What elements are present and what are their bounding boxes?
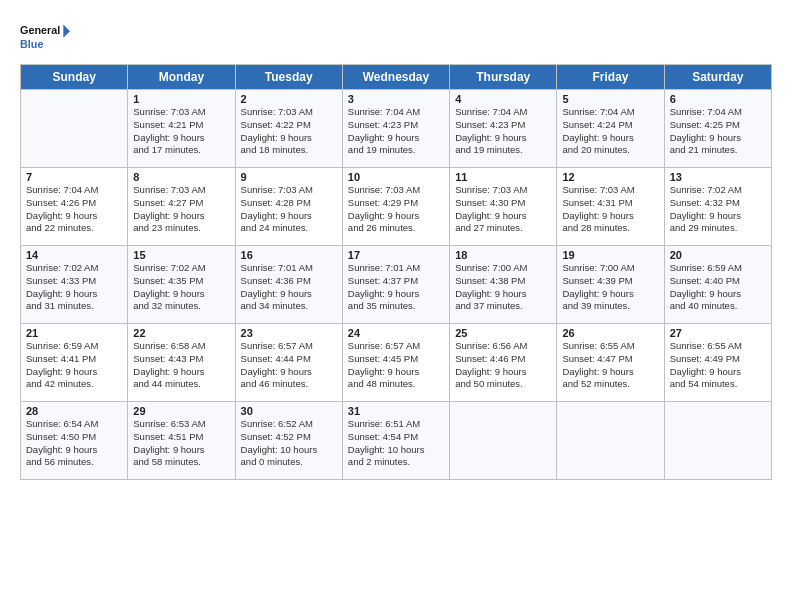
day-number: 11 <box>455 171 551 183</box>
calendar-cell: 19Sunrise: 7:00 AMSunset: 4:39 PMDayligh… <box>557 246 664 324</box>
calendar-cell: 4Sunrise: 7:04 AMSunset: 4:23 PMDaylight… <box>450 90 557 168</box>
day-info: Sunrise: 7:03 AMSunset: 4:29 PMDaylight:… <box>348 184 444 235</box>
calendar-cell: 8Sunrise: 7:03 AMSunset: 4:27 PMDaylight… <box>128 168 235 246</box>
calendar-cell: 10Sunrise: 7:03 AMSunset: 4:29 PMDayligh… <box>342 168 449 246</box>
calendar-week-row: 1Sunrise: 7:03 AMSunset: 4:21 PMDaylight… <box>21 90 772 168</box>
calendar-cell: 6Sunrise: 7:04 AMSunset: 4:25 PMDaylight… <box>664 90 771 168</box>
calendar-cell: 7Sunrise: 7:04 AMSunset: 4:26 PMDaylight… <box>21 168 128 246</box>
day-info: Sunrise: 7:04 AMSunset: 4:25 PMDaylight:… <box>670 106 766 157</box>
day-info: Sunrise: 7:03 AMSunset: 4:28 PMDaylight:… <box>241 184 337 235</box>
calendar-cell: 5Sunrise: 7:04 AMSunset: 4:24 PMDaylight… <box>557 90 664 168</box>
day-info: Sunrise: 7:04 AMSunset: 4:26 PMDaylight:… <box>26 184 122 235</box>
day-of-week-header: Thursday <box>450 65 557 90</box>
day-info: Sunrise: 6:55 AMSunset: 4:47 PMDaylight:… <box>562 340 658 391</box>
day-info: Sunrise: 7:02 AMSunset: 4:32 PMDaylight:… <box>670 184 766 235</box>
calendar-week-row: 14Sunrise: 7:02 AMSunset: 4:33 PMDayligh… <box>21 246 772 324</box>
day-number: 28 <box>26 405 122 417</box>
day-of-week-header: Sunday <box>21 65 128 90</box>
calendar-header-row: SundayMondayTuesdayWednesdayThursdayFrid… <box>21 65 772 90</box>
day-number: 17 <box>348 249 444 261</box>
day-info: Sunrise: 7:04 AMSunset: 4:23 PMDaylight:… <box>348 106 444 157</box>
day-number: 22 <box>133 327 229 339</box>
logo-svg: General Blue <box>20 18 70 56</box>
calendar-cell: 25Sunrise: 6:56 AMSunset: 4:46 PMDayligh… <box>450 324 557 402</box>
day-info: Sunrise: 6:59 AMSunset: 4:41 PMDaylight:… <box>26 340 122 391</box>
calendar-cell: 14Sunrise: 7:02 AMSunset: 4:33 PMDayligh… <box>21 246 128 324</box>
day-info: Sunrise: 6:52 AMSunset: 4:52 PMDaylight:… <box>241 418 337 469</box>
day-number: 7 <box>26 171 122 183</box>
day-info: Sunrise: 6:54 AMSunset: 4:50 PMDaylight:… <box>26 418 122 469</box>
calendar-cell: 23Sunrise: 6:57 AMSunset: 4:44 PMDayligh… <box>235 324 342 402</box>
calendar-cell: 13Sunrise: 7:02 AMSunset: 4:32 PMDayligh… <box>664 168 771 246</box>
day-number: 23 <box>241 327 337 339</box>
day-info: Sunrise: 7:04 AMSunset: 4:24 PMDaylight:… <box>562 106 658 157</box>
svg-text:General: General <box>20 25 60 37</box>
day-number: 15 <box>133 249 229 261</box>
calendar-cell: 21Sunrise: 6:59 AMSunset: 4:41 PMDayligh… <box>21 324 128 402</box>
calendar-cell: 24Sunrise: 6:57 AMSunset: 4:45 PMDayligh… <box>342 324 449 402</box>
calendar-cell: 29Sunrise: 6:53 AMSunset: 4:51 PMDayligh… <box>128 402 235 480</box>
calendar-cell: 20Sunrise: 6:59 AMSunset: 4:40 PMDayligh… <box>664 246 771 324</box>
day-number: 25 <box>455 327 551 339</box>
calendar-cell <box>450 402 557 480</box>
calendar-cell: 11Sunrise: 7:03 AMSunset: 4:30 PMDayligh… <box>450 168 557 246</box>
day-info: Sunrise: 7:03 AMSunset: 4:30 PMDaylight:… <box>455 184 551 235</box>
day-info: Sunrise: 7:00 AMSunset: 4:38 PMDaylight:… <box>455 262 551 313</box>
day-number: 16 <box>241 249 337 261</box>
day-number: 26 <box>562 327 658 339</box>
day-of-week-header: Friday <box>557 65 664 90</box>
day-info: Sunrise: 6:51 AMSunset: 4:54 PMDaylight:… <box>348 418 444 469</box>
day-number: 30 <box>241 405 337 417</box>
day-number: 1 <box>133 93 229 105</box>
day-number: 29 <box>133 405 229 417</box>
page: General Blue SundayMondayTuesdayWednesda… <box>0 0 792 612</box>
day-info: Sunrise: 7:01 AMSunset: 4:36 PMDaylight:… <box>241 262 337 313</box>
day-info: Sunrise: 6:59 AMSunset: 4:40 PMDaylight:… <box>670 262 766 313</box>
day-info: Sunrise: 6:53 AMSunset: 4:51 PMDaylight:… <box>133 418 229 469</box>
calendar-cell: 3Sunrise: 7:04 AMSunset: 4:23 PMDaylight… <box>342 90 449 168</box>
day-info: Sunrise: 7:01 AMSunset: 4:37 PMDaylight:… <box>348 262 444 313</box>
calendar-cell: 17Sunrise: 7:01 AMSunset: 4:37 PMDayligh… <box>342 246 449 324</box>
calendar-cell: 31Sunrise: 6:51 AMSunset: 4:54 PMDayligh… <box>342 402 449 480</box>
calendar-week-row: 21Sunrise: 6:59 AMSunset: 4:41 PMDayligh… <box>21 324 772 402</box>
day-number: 21 <box>26 327 122 339</box>
calendar-week-row: 28Sunrise: 6:54 AMSunset: 4:50 PMDayligh… <box>21 402 772 480</box>
day-number: 13 <box>670 171 766 183</box>
day-info: Sunrise: 6:57 AMSunset: 4:45 PMDaylight:… <box>348 340 444 391</box>
day-of-week-header: Tuesday <box>235 65 342 90</box>
day-of-week-header: Saturday <box>664 65 771 90</box>
day-info: Sunrise: 7:00 AMSunset: 4:39 PMDaylight:… <box>562 262 658 313</box>
day-info: Sunrise: 7:02 AMSunset: 4:33 PMDaylight:… <box>26 262 122 313</box>
day-info: Sunrise: 7:03 AMSunset: 4:27 PMDaylight:… <box>133 184 229 235</box>
calendar-cell: 16Sunrise: 7:01 AMSunset: 4:36 PMDayligh… <box>235 246 342 324</box>
day-number: 19 <box>562 249 658 261</box>
calendar-cell <box>21 90 128 168</box>
day-info: Sunrise: 7:02 AMSunset: 4:35 PMDaylight:… <box>133 262 229 313</box>
day-number: 2 <box>241 93 337 105</box>
day-info: Sunrise: 7:03 AMSunset: 4:22 PMDaylight:… <box>241 106 337 157</box>
calendar-week-row: 7Sunrise: 7:04 AMSunset: 4:26 PMDaylight… <box>21 168 772 246</box>
day-number: 8 <box>133 171 229 183</box>
day-number: 5 <box>562 93 658 105</box>
calendar-cell: 9Sunrise: 7:03 AMSunset: 4:28 PMDaylight… <box>235 168 342 246</box>
day-of-week-header: Wednesday <box>342 65 449 90</box>
day-of-week-header: Monday <box>128 65 235 90</box>
day-number: 3 <box>348 93 444 105</box>
day-number: 4 <box>455 93 551 105</box>
day-info: Sunrise: 7:04 AMSunset: 4:23 PMDaylight:… <box>455 106 551 157</box>
day-number: 18 <box>455 249 551 261</box>
day-info: Sunrise: 6:55 AMSunset: 4:49 PMDaylight:… <box>670 340 766 391</box>
calendar-cell: 18Sunrise: 7:00 AMSunset: 4:38 PMDayligh… <box>450 246 557 324</box>
svg-text:Blue: Blue <box>20 38 43 50</box>
calendar-cell: 22Sunrise: 6:58 AMSunset: 4:43 PMDayligh… <box>128 324 235 402</box>
day-number: 14 <box>26 249 122 261</box>
svg-marker-2 <box>63 25 70 38</box>
calendar-cell <box>664 402 771 480</box>
header: General Blue <box>20 18 772 56</box>
calendar-cell: 1Sunrise: 7:03 AMSunset: 4:21 PMDaylight… <box>128 90 235 168</box>
calendar-cell: 2Sunrise: 7:03 AMSunset: 4:22 PMDaylight… <box>235 90 342 168</box>
day-info: Sunrise: 7:03 AMSunset: 4:31 PMDaylight:… <box>562 184 658 235</box>
day-number: 31 <box>348 405 444 417</box>
day-number: 20 <box>670 249 766 261</box>
day-number: 24 <box>348 327 444 339</box>
